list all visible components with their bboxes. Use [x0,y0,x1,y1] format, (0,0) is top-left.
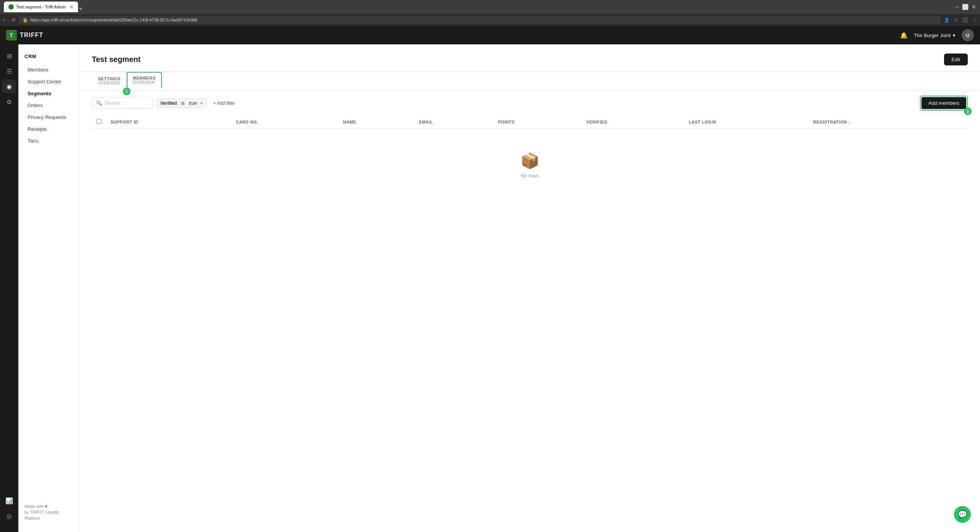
th-name: NAME [338,115,414,129]
nav-section-title: CRM [18,50,79,64]
main-layout: ⊞ ☰ ◉ ⚙ 📊 ◎ CRM Members Support Center S… [0,44,980,532]
th-checkbox [92,115,106,129]
made-with-text: Made with ♥ by TRIFFT Loyalty Platform [24,504,73,521]
icon-sidebar: ⊞ ☰ ◉ ⚙ 📊 ◎ [0,44,18,532]
data-table: SUPPORT ID CARD NO. NAME EMAIL POINTS VE… [92,115,968,129]
page-title: Test segment [92,55,140,64]
tab-settings[interactable]: SETTINGS OVERVIEW [92,72,127,91]
app: T TRIFFT 🔔 The Burger Joint ▾ U ⊞ ☰ ◉ ⚙ … [0,26,980,532]
search-icon: 🔍 [96,100,102,106]
th-last-login: LAST LOGIN [684,115,809,129]
company-selector[interactable]: The Burger Joint ▾ [914,33,956,38]
add-members-button[interactable]: Add members [921,97,966,109]
table-container: SUPPORT ID CARD NO. NAME EMAIL POINTS VE… [80,115,980,202]
filter-bar: 🔍 Search Verified is true × + Add filter… [80,91,980,115]
sort-desc-icon[interactable]: ↓ [848,120,851,124]
chat-icon: 💬 [958,510,967,519]
empty-box-icon: 📦 [520,152,540,170]
edit-button[interactable]: Edit [944,54,968,65]
registration-col: REGISTRATION ↓ [813,120,963,124]
th-support-id: SUPPORT ID [106,115,231,129]
nav-sidebar: CRM Members Support Center Segments Orde… [18,44,80,532]
registration-label: REGISTRATION [813,120,847,124]
th-card-no: CARD NO. [231,115,338,129]
tabs-bar: SETTINGS OVERVIEW MEMBERS OVERVIEW 1 [80,72,980,91]
filter-remove-icon[interactable]: × [200,100,203,106]
sidebar-item-orders[interactable]: Orders [21,99,76,111]
back-button[interactable]: ‹ [3,17,5,23]
th-points: POINTS [493,115,582,129]
search-placeholder: Search [104,100,120,106]
forward-button[interactable]: › [7,17,9,23]
th-registration: REGISTRATION ↓ [809,115,968,129]
sidebar-item-segments[interactable]: Segments [21,88,76,99]
minimize-icon[interactable]: ─ [955,4,959,10]
top-bar: T TRIFFT 🔔 The Burger Joint ▾ U [0,26,980,44]
page-header: Test segment Edit [80,44,980,72]
avatar[interactable]: U [962,29,974,41]
top-bar-right: 🔔 The Burger Joint ▾ U [900,29,974,41]
tab-members-container: MEMBERS OVERVIEW 1 [127,72,162,91]
browser-tabs: Test segment - Trifft Admin ✕ + [4,2,952,12]
address-bar: ‹ › ↺ 🔒 https://app.trifft.io/cacitokiy/… [0,14,980,26]
tab-members[interactable]: MEMBERS OVERVIEW [127,72,162,88]
window-controls: ─ ⬜ ✕ [955,4,976,10]
menu-icon[interactable]: ⋮ [972,17,977,23]
sidebar-icon-grid[interactable]: ⊞ [2,49,16,63]
browser-chrome: Test segment - Trifft Admin ✕ + ─ ⬜ ✕ [0,0,980,14]
filter-operator [178,101,179,106]
tab-close-icon[interactable]: ✕ [70,4,73,10]
nav-sidebar-footer: Made with ♥ by TRIFFT Loyalty Platform [18,499,79,526]
sidebar-icon-document[interactable]: ☰ [2,64,16,78]
reload-button[interactable]: ↺ [11,17,16,23]
sidebar-icon-help[interactable]: ◎ [2,509,16,523]
search-box[interactable]: 🔍 Search [92,98,153,109]
sidebar-item-receipts[interactable]: Receipts [21,123,76,135]
add-members-wrapper: Add members [920,96,968,111]
sidebar-icon-crm[interactable]: ◉ [2,80,16,93]
new-tab-button[interactable]: + [79,5,82,12]
by-trifft-text: by TRIFFT Loyalty Platform [24,510,59,520]
th-email: EMAIL [414,115,493,129]
filter-value: true [189,101,197,106]
empty-state-text: No rows [521,173,539,179]
filter-chip-verified: Verified is true × [156,98,207,108]
notification-icon[interactable]: 🔔 [900,32,908,39]
icon-sidebar-bottom: 📊 ◎ [2,494,16,527]
address-bar-right: 👤 ☆ ⬛ ⋮ [944,17,977,23]
close-icon[interactable]: ✕ [972,4,976,10]
table-header: SUPPORT ID CARD NO. NAME EMAIL POINTS VE… [92,115,968,129]
restore-icon[interactable]: ⬜ [962,4,969,10]
sidebar-icon-settings[interactable]: ⚙ [2,95,16,109]
sidebar-icon-report[interactable]: 📊 [2,494,16,508]
tab-title: Test segment - Trifft Admin [16,5,66,9]
chat-bubble-button[interactable]: 💬 [954,506,971,523]
tab-settings-label: SETTINGS [98,76,121,81]
url-bar[interactable]: 🔒 https://app.trifft.io/cacitokiy/crm/se… [19,16,941,24]
add-filter-button[interactable]: + Add filter [210,99,238,107]
select-all-checkbox[interactable] [96,119,101,124]
empty-state: 📦 No rows [92,129,968,202]
extensions-icon[interactable]: ⬛ [962,17,968,23]
profile-icon[interactable]: 👤 [944,17,950,23]
star-icon[interactable]: ☆ [954,17,958,23]
chevron-down-icon: ▾ [953,33,956,38]
content-area: Test segment Edit SETTINGS OVERVIEW MEMB… [80,44,980,532]
heart-icon: ♥ [45,504,47,509]
active-tab[interactable]: Test segment - Trifft Admin ✕ [4,2,78,12]
url-text: https://app.trifft.io/cacitokiy/crm/segm… [30,18,197,22]
sidebar-item-members[interactable]: Members [21,64,76,76]
tab-settings-sublabel: OVERVIEW [98,81,121,85]
logo: T TRIFFT [6,30,43,41]
sidebar-item-tiers[interactable]: Tiers [21,135,76,147]
th-verified: VERIFIED [582,115,684,129]
tab-favicon [8,4,14,10]
annotation-1: 1 [123,88,130,95]
sidebar-item-privacy-requests[interactable]: Privacy Requests [21,111,76,123]
sidebar-item-support-center[interactable]: Support Center [21,76,76,88]
annotation-2: 2 [964,107,972,115]
filter-key: Verified [160,101,177,106]
table-header-row: SUPPORT ID CARD NO. NAME EMAIL POINTS VE… [92,115,968,129]
filter-operator-space [186,101,187,106]
filter-operator-text: is [181,101,185,106]
